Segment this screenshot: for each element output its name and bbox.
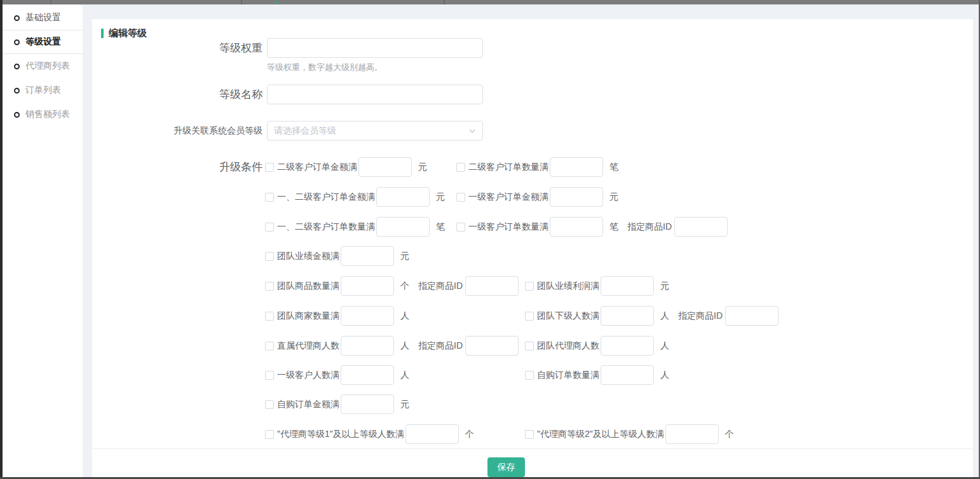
condition-item: 团队商家数量满人 bbox=[265, 306, 525, 326]
condition-item: "代理商等级1"及以上等级人数满个 bbox=[265, 424, 525, 444]
condition-item: 团队业绩利润满元 bbox=[525, 276, 669, 296]
condition-row: 二级客户订单金额满元二级客户订单数量满笔 bbox=[265, 157, 618, 177]
condition-value-input[interactable] bbox=[550, 187, 603, 207]
condition-row: 直属代理商人数人指定商品ID团队代理商人数人 bbox=[265, 336, 669, 356]
condition-checkbox[interactable] bbox=[525, 371, 534, 380]
sidebar-item-sales-list[interactable]: 销售额列表 bbox=[3, 102, 83, 127]
condition-value-input[interactable] bbox=[358, 157, 412, 177]
condition-value-input[interactable] bbox=[665, 424, 719, 444]
condition-item: 一级客户订单数量满笔指定商品ID bbox=[456, 217, 728, 237]
sidebar-item-level-settings[interactable]: 等级设置 bbox=[3, 30, 83, 54]
condition-checkbox[interactable] bbox=[265, 282, 274, 291]
condition-value-input[interactable] bbox=[341, 365, 394, 385]
condition-unit: 人 bbox=[400, 370, 409, 381]
condition-checkbox[interactable] bbox=[265, 193, 274, 202]
condition-row: 一、二级客户订单数量满笔一级客户订单数量满笔指定商品ID bbox=[265, 217, 728, 237]
condition-checkbox[interactable] bbox=[456, 193, 465, 202]
product-id-input[interactable] bbox=[465, 276, 519, 296]
condition-value-input[interactable] bbox=[550, 217, 603, 237]
title-accent-bar bbox=[101, 29, 104, 38]
product-id-label: 指定商品ID bbox=[418, 281, 463, 292]
condition-label: 二级客户订单数量满 bbox=[468, 162, 548, 173]
condition-checkbox[interactable] bbox=[265, 312, 274, 321]
condition-unit: 笔 bbox=[609, 162, 618, 173]
product-id-input[interactable] bbox=[465, 336, 519, 356]
condition-value-input[interactable] bbox=[601, 336, 654, 356]
condition-checkbox[interactable] bbox=[265, 223, 274, 232]
condition-item: 自购订单数量满人 bbox=[525, 365, 669, 385]
condition-checkbox[interactable] bbox=[525, 430, 534, 439]
condition-row: 团队商家数量满人团队下级人数满人指定商品ID bbox=[265, 306, 779, 326]
condition-unit: 个 bbox=[400, 281, 409, 292]
condition-value-input[interactable] bbox=[341, 246, 394, 266]
level-name-label: 等级名称 bbox=[92, 85, 262, 104]
condition-unit: 元 bbox=[609, 191, 618, 203]
condition-item: 团队商品数量满个指定商品ID bbox=[265, 276, 525, 296]
condition-row: 团队商品数量满个指定商品ID团队业绩利润满元 bbox=[265, 276, 669, 296]
condition-item: 自购订单金额满元 bbox=[265, 394, 409, 414]
condition-label: 自购订单金额满 bbox=[277, 399, 339, 410]
radio-circle-icon bbox=[14, 112, 20, 118]
condition-row: 一级客户人数满人自购订单数量满人 bbox=[265, 365, 669, 385]
sidebar-item-label: 等级设置 bbox=[25, 36, 61, 48]
condition-value-input[interactable] bbox=[601, 365, 654, 385]
condition-checkbox[interactable] bbox=[456, 223, 465, 232]
condition-value-input[interactable] bbox=[341, 276, 394, 296]
radio-circle-icon bbox=[14, 88, 20, 94]
condition-label: 一级客户订单金额满 bbox=[468, 191, 548, 203]
condition-label: 直属代理商人数 bbox=[277, 340, 339, 352]
sidebar-item-label: 代理商列表 bbox=[25, 60, 70, 72]
condition-value-input[interactable] bbox=[376, 187, 430, 207]
sidebar-item-basic-settings[interactable]: 基础设置 bbox=[3, 6, 83, 30]
condition-label: 团队业绩金额满 bbox=[277, 251, 339, 262]
product-id-input[interactable] bbox=[725, 306, 779, 326]
condition-checkbox[interactable] bbox=[525, 342, 534, 351]
condition-item: 一、二级客户订单数量满笔 bbox=[265, 217, 456, 237]
level-name-input[interactable] bbox=[267, 85, 483, 104]
condition-checkbox[interactable] bbox=[525, 312, 534, 321]
level-weight-input[interactable] bbox=[267, 38, 483, 58]
condition-value-input[interactable] bbox=[601, 276, 654, 296]
condition-value-input[interactable] bbox=[405, 424, 459, 444]
chevron-down-icon bbox=[468, 127, 476, 135]
condition-checkbox[interactable] bbox=[456, 163, 465, 172]
condition-label: "代理商等级2"及以上等级人数满 bbox=[537, 429, 664, 440]
condition-label: 团队商家数量满 bbox=[277, 310, 339, 322]
tab-separator bbox=[241, 0, 242, 4]
settings-sidebar: 基础设置等级设置代理商列表订单列表销售额列表 bbox=[3, 4, 83, 477]
condition-value-input[interactable] bbox=[341, 336, 394, 356]
footer-divider bbox=[92, 448, 973, 449]
condition-value-input[interactable] bbox=[550, 157, 603, 177]
condition-unit: 笔 bbox=[609, 221, 618, 233]
sidebar-item-order-list[interactable]: 订单列表 bbox=[3, 78, 83, 102]
condition-checkbox[interactable] bbox=[265, 163, 274, 172]
condition-checkbox[interactable] bbox=[265, 342, 274, 351]
condition-checkbox[interactable] bbox=[265, 400, 274, 409]
condition-value-input[interactable] bbox=[601, 306, 654, 326]
condition-checkbox[interactable] bbox=[525, 282, 534, 291]
condition-label: 团队下级人数满 bbox=[537, 310, 599, 322]
condition-value-input[interactable] bbox=[376, 217, 430, 237]
condition-label: "代理商等级1"及以上等级人数满 bbox=[277, 429, 404, 440]
condition-item: 团队下级人数满人指定商品ID bbox=[525, 306, 779, 326]
product-id-label: 指定商品ID bbox=[418, 340, 463, 352]
condition-label: 团队商品数量满 bbox=[277, 281, 339, 292]
condition-row: 一、二级客户订单金额满元一级客户订单金额满元 bbox=[265, 187, 618, 207]
condition-checkbox[interactable] bbox=[265, 252, 274, 261]
condition-unit: 元 bbox=[400, 251, 409, 262]
product-id-input[interactable] bbox=[674, 217, 728, 237]
condition-item: "代理商等级2"及以上等级人数满个 bbox=[525, 424, 734, 444]
member-level-select[interactable]: 请选择会员等级 bbox=[267, 121, 483, 141]
save-button[interactable]: 保存 bbox=[487, 457, 525, 477]
condition-unit: 元 bbox=[660, 281, 669, 292]
condition-checkbox[interactable] bbox=[265, 430, 274, 439]
condition-item: 一、二级客户订单金额满元 bbox=[265, 187, 456, 207]
condition-checkbox[interactable] bbox=[265, 371, 274, 380]
window-border-left bbox=[0, 0, 3, 479]
condition-unit: 元 bbox=[436, 191, 445, 203]
condition-value-input[interactable] bbox=[341, 306, 394, 326]
condition-value-input[interactable] bbox=[341, 394, 394, 414]
condition-unit: 人 bbox=[660, 370, 669, 381]
condition-label: 团队业绩利润满 bbox=[537, 281, 599, 292]
sidebar-item-agent-list[interactable]: 代理商列表 bbox=[3, 54, 83, 78]
